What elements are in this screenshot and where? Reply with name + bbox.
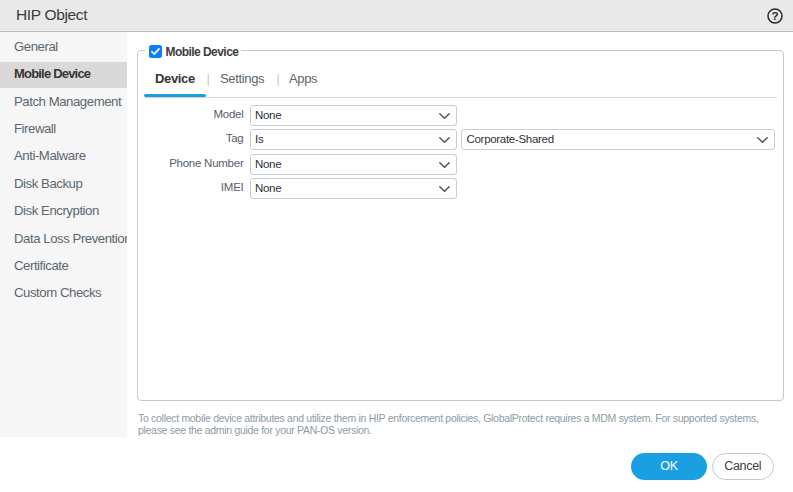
svg-text:?: ? — [771, 10, 778, 22]
